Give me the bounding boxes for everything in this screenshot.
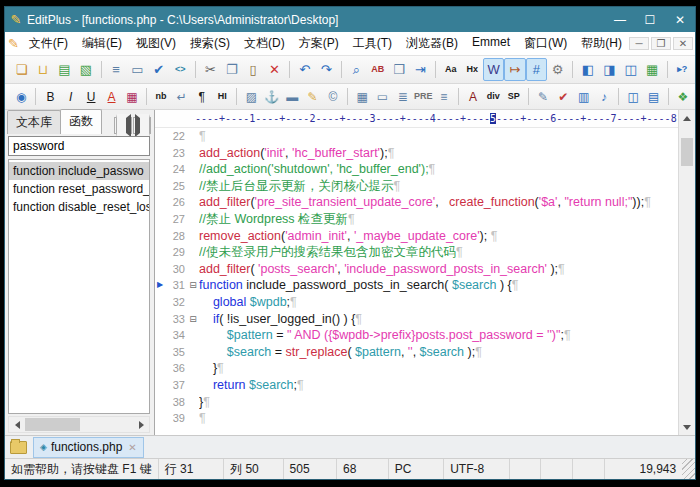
scroll-up-icon[interactable] xyxy=(679,110,695,126)
hex-view-icon[interactable]: Hx xyxy=(462,58,483,81)
new-from-template-icon[interactable]: ❒ xyxy=(389,58,410,81)
tab-close-icon[interactable]: ✕ xyxy=(128,442,136,453)
resize-grip[interactable] xyxy=(682,459,695,479)
align-text-icon[interactable]: ≣ xyxy=(393,85,413,108)
change-case-icon[interactable]: Aa xyxy=(440,58,461,81)
underline-icon[interactable]: U xyxy=(81,85,101,108)
editor-vertical-scrollbar[interactable] xyxy=(678,110,695,435)
italic-icon[interactable]: I xyxy=(61,85,81,108)
new-file-icon[interactable]: ❏ xyxy=(11,58,32,81)
menu-item[interactable]: 方案(P) xyxy=(292,32,346,55)
line-numbers-icon[interactable]: # xyxy=(526,58,547,81)
bold-icon[interactable]: B xyxy=(40,85,60,108)
list-tag-icon[interactable]: ≡ xyxy=(434,85,454,108)
color-picker-icon[interactable]: ▦ xyxy=(122,85,142,108)
fold-icon[interactable]: ⊟ xyxy=(187,311,199,328)
scroll-thumb[interactable] xyxy=(25,418,80,431)
font-tag-icon[interactable]: A xyxy=(463,85,483,108)
textarea-icon[interactable]: ▭ xyxy=(372,85,392,108)
menu-item[interactable]: 工具(T) xyxy=(346,32,399,55)
copy-icon[interactable]: ❐ xyxy=(221,58,242,81)
fold-icon[interactable]: ⊟ xyxy=(187,277,199,294)
menu-item[interactable]: 视图(V) xyxy=(129,32,183,55)
menu-item[interactable]: 浏览器(B) xyxy=(399,32,465,55)
sidebar-tab-cliptext[interactable]: 文本库 xyxy=(7,110,61,134)
menu-item[interactable]: 文档(D) xyxy=(237,32,292,55)
mdi-minimize-icon[interactable]: ─ xyxy=(629,37,649,50)
pre-tag-icon[interactable]: PRE xyxy=(413,85,434,108)
sidebar-tab-functions[interactable]: 函数 xyxy=(60,109,102,134)
delete-icon[interactable]: ✕ xyxy=(264,58,285,81)
tab-scroll-right-icon[interactable] xyxy=(133,117,151,134)
nbsp-icon[interactable]: nb xyxy=(151,85,171,108)
table-icon[interactable]: ▦ xyxy=(352,85,372,108)
save-icon[interactable]: ▤ xyxy=(54,58,75,81)
line-break-icon[interactable]: ↵ xyxy=(171,85,191,108)
word-wrap-icon[interactable]: W xyxy=(483,58,504,81)
print-icon[interactable]: ▭ xyxy=(127,58,148,81)
scroll-thumb[interactable] xyxy=(681,138,693,166)
spell-check-icon[interactable]: ✔ xyxy=(148,58,169,81)
scroll-down-icon[interactable] xyxy=(679,419,695,435)
print-preview-icon[interactable]: ≡ xyxy=(105,58,126,81)
scroll-left-icon[interactable] xyxy=(9,417,25,432)
function-list-item[interactable]: function include_passwo xyxy=(9,162,149,180)
context-help-icon[interactable]: ▸? xyxy=(672,58,693,81)
menu-item[interactable]: 搜索(S) xyxy=(183,32,237,55)
tab-scroll-left-icon[interactable] xyxy=(114,117,132,134)
toggle-sidebar-icon[interactable]: ◧ xyxy=(577,58,598,81)
close-button[interactable]: ✕ xyxy=(665,13,695,27)
redo-icon[interactable]: ↷ xyxy=(316,58,337,81)
maximize-button[interactable]: ☐ xyxy=(635,13,665,27)
edit-script-icon[interactable]: ✎ xyxy=(533,85,553,108)
undo-icon[interactable]: ↶ xyxy=(294,58,315,81)
mdi-close-icon[interactable]: ✕ xyxy=(673,37,693,50)
browser-preview-icon[interactable]: ◉ xyxy=(11,85,31,108)
menu-item[interactable]: 编辑(E) xyxy=(75,32,129,55)
menu-item[interactable]: 窗口(W) xyxy=(517,32,574,55)
function-search-input[interactable] xyxy=(8,136,150,156)
insert-music-icon[interactable]: ♪ xyxy=(594,85,614,108)
mdi-restore-icon[interactable]: ❐ xyxy=(651,37,671,50)
folder-icon[interactable] xyxy=(10,441,27,454)
document-tab[interactable]: ◈functions.php✕ xyxy=(33,437,144,458)
find-icon[interactable]: ⌕ xyxy=(346,58,367,81)
heading-icon[interactable]: HI xyxy=(212,85,232,108)
toggle-panel-a-icon[interactable]: ◫ xyxy=(623,85,643,108)
open-folder-icon[interactable]: ⊔ xyxy=(32,58,53,81)
goto-line-icon[interactable]: ⇥ xyxy=(410,58,431,81)
syntax-check-icon[interactable]: ✔ xyxy=(553,85,573,108)
paragraph-icon[interactable]: ¶ xyxy=(192,85,212,108)
toggle-panel-b-icon[interactable]: ▤ xyxy=(643,85,663,108)
color-palette-icon[interactable]: ❖ xyxy=(673,85,693,108)
line-number: 22 xyxy=(165,128,187,145)
html-code-icon[interactable]: <> xyxy=(170,58,191,81)
sidebar-horizontal-scrollbar[interactable] xyxy=(8,416,150,433)
code-area[interactable]: 22¶23add_action('init', 'hc_buffer_start… xyxy=(155,128,678,435)
horizontal-rule-icon[interactable]: ▬ xyxy=(282,85,302,108)
insert-media-icon[interactable]: ▥ xyxy=(573,85,593,108)
special-chars-icon[interactable]: © xyxy=(323,85,343,108)
minimize-button[interactable]: — xyxy=(605,13,635,27)
cut-icon[interactable]: ✂ xyxy=(200,58,221,81)
insert-image-icon[interactable]: ▨ xyxy=(241,85,261,108)
toggle-output-icon[interactable]: ◨ xyxy=(599,58,620,81)
div-tag-icon[interactable]: div xyxy=(483,85,503,108)
span-tag-icon[interactable]: SP xyxy=(504,85,524,108)
settings-icon[interactable]: ⚙ xyxy=(547,58,568,81)
menu-item[interactable]: Emmet xyxy=(465,32,517,55)
toggle-browser-icon[interactable]: ▦ xyxy=(641,58,662,81)
menu-item[interactable]: 文件(F) xyxy=(22,32,75,55)
menu-item[interactable]: 帮助(H) xyxy=(574,32,629,55)
font-color-icon[interactable]: A xyxy=(101,85,121,108)
function-list-item[interactable]: function disable_reset_los xyxy=(9,198,149,216)
scroll-right-icon[interactable] xyxy=(133,417,149,432)
save-all-icon[interactable]: ▧ xyxy=(75,58,96,81)
wrap-marker-icon[interactable]: ↦ xyxy=(504,58,525,81)
toggle-cliptext-icon[interactable]: ◫ xyxy=(620,58,641,81)
find-in-files-icon[interactable]: AB xyxy=(367,58,388,81)
anchor-icon[interactable]: ⚓ xyxy=(262,85,282,108)
edit-tag-icon[interactable]: ✎ xyxy=(302,85,322,108)
paste-icon[interactable]: ▯ xyxy=(243,58,264,81)
function-list-item[interactable]: function reset_password_ xyxy=(9,180,149,198)
